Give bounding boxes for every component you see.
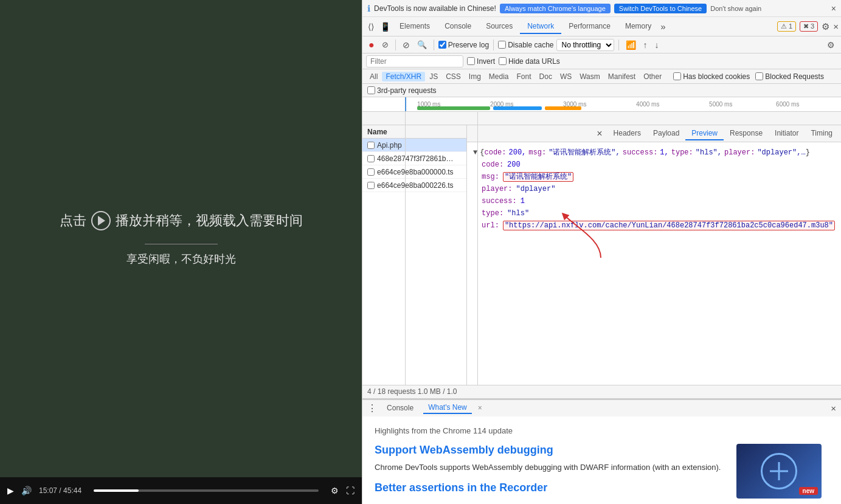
tab-console[interactable]: Console [437, 19, 479, 34]
blocked-requests-label: Blocked Requests [765, 72, 824, 81]
json-open-brace: { [480, 147, 484, 159]
hide-data-urls-group[interactable]: Hide data URLs [499, 57, 560, 66]
volume-button[interactable]: 🔊 [21, 486, 32, 495]
e664-226-checkbox[interactable] [367, 182, 375, 189]
sub-tab-initiator[interactable]: Initiator [769, 127, 805, 140]
third-party-group[interactable]: 3rd-party requests [367, 86, 436, 95]
json-msg-highlight: "诺讯智能解析系统" [503, 172, 573, 182]
type-js[interactable]: JS [426, 72, 441, 81]
tab-elements[interactable]: Elements [392, 19, 437, 34]
console-section: ⋮ Console What's New × × Highlights from… [362, 398, 841, 505]
api-php-checkbox[interactable] [367, 142, 375, 149]
network-item-e664-0[interactable]: e664ce9e8ba000000.ts [362, 165, 466, 179]
more-tabs-button[interactable]: » [659, 19, 667, 33]
timeline-marker [405, 97, 406, 111]
settings-gear-icon[interactable]: ⚙ [822, 21, 829, 32]
thumbnail-cross [770, 462, 788, 480]
play-button[interactable]: ▶ [7, 486, 14, 495]
hide-data-urls-checkbox[interactable] [499, 57, 507, 65]
clear-button[interactable]: ⊘ [379, 39, 391, 50]
fullscreen-button[interactable]: ⛶ [346, 486, 355, 495]
type-other[interactable]: Other [640, 72, 665, 81]
json-msg-val-inline: "诺讯智能解析系统", [549, 147, 620, 159]
json-url-highlight: "https://api.nxflv.com/cache/YunLian/468… [503, 221, 835, 230]
sub-tab-timing[interactable]: Timing [805, 127, 839, 140]
tab-sources[interactable]: Sources [479, 19, 520, 34]
tab-network[interactable]: Network [520, 19, 561, 34]
type-media[interactable]: Media [485, 72, 513, 81]
sub-tab-preview[interactable]: Preview [685, 127, 724, 140]
disable-cache-checkbox[interactable] [498, 41, 506, 49]
json-player-val: "dplayer" [516, 184, 556, 195]
sub-tab-response[interactable]: Response [724, 127, 769, 140]
console-tab[interactable]: Console [382, 402, 418, 413]
record-button[interactable]: ● [366, 38, 377, 52]
type-filter-row: All Fetch/XHR JS CSS Img Media Font Doc … [362, 69, 841, 84]
has-blocked-cookies-label: Has blocked cookies [683, 72, 750, 81]
download-icon[interactable]: ↓ [652, 39, 662, 51]
dont-show-button[interactable]: Don't show again [710, 5, 761, 12]
notification-close-icon[interactable]: × [831, 4, 836, 13]
sub-panel-close-icon[interactable]: × [594, 127, 604, 140]
type-css[interactable]: CSS [442, 72, 465, 81]
settings-button[interactable]: ⚙ [331, 486, 339, 495]
throttle-select[interactable]: No throttling [556, 39, 614, 51]
468-checkbox[interactable] [367, 155, 375, 162]
disable-cache-group[interactable]: Disable cache [498, 41, 553, 49]
json-type-val: "hls" [507, 208, 529, 219]
has-blocked-cookies-checkbox[interactable] [673, 72, 681, 80]
wifi-icon[interactable]: 📶 [623, 39, 639, 51]
console-close-icon[interactable]: × [831, 403, 836, 413]
tab-memory[interactable]: Memory [618, 19, 659, 34]
sub-tabs-bar: × Headers Payload Preview Response Initi… [467, 125, 841, 142]
sub-tab-headers[interactable]: Headers [607, 127, 647, 140]
invert-group[interactable]: Invert [467, 57, 495, 66]
json-player-val-inline: "dplayer",… [757, 147, 805, 159]
network-item-api[interactable]: Api.php [362, 139, 466, 152]
type-img[interactable]: Img [465, 72, 485, 81]
type-ws[interactable]: WS [556, 72, 575, 81]
tab-performance[interactable]: Performance [561, 19, 618, 34]
timeline-row: 1000 ms 2000 ms 3000 ms 4000 ms 5000 ms … [362, 97, 841, 112]
preserve-log-group[interactable]: Preserve log [438, 41, 489, 49]
type-all[interactable]: All [366, 72, 381, 81]
blocked-requests-checkbox[interactable] [755, 72, 763, 80]
error-badge: ✖ 3 [800, 21, 818, 32]
name-column-header: Name [367, 128, 387, 136]
devtools-device-icon[interactable]: 📱 [378, 20, 392, 33]
waterfall-line1 [405, 112, 406, 385]
filter-button[interactable]: ⊘ [400, 39, 412, 51]
json-success-val: 1 [521, 196, 525, 207]
has-blocked-cookies-group[interactable]: Has blocked cookies [673, 72, 750, 81]
switch-devtools-button[interactable]: Switch DevTools to Chinese [614, 4, 707, 13]
filter-input[interactable] [366, 55, 463, 67]
third-party-checkbox[interactable] [367, 86, 375, 94]
e664-0-checkbox[interactable] [367, 168, 375, 176]
json-expand-arrow[interactable]: ▼ [473, 147, 477, 159]
upload-icon[interactable]: ↑ [641, 39, 650, 51]
sub-tab-payload[interactable]: Payload [647, 127, 685, 140]
devtools-close-icon[interactable]: × [833, 21, 839, 32]
warning-badge: ⚠ 1 [777, 21, 796, 32]
tick-5000ms: 5000 ms [709, 97, 732, 111]
devtools-pointer-icon[interactable]: ⟨⟩ [366, 20, 376, 33]
type-manifest[interactable]: Manifest [604, 72, 639, 81]
network-item-468[interactable]: 468e28747f3f72861ba2c5... [362, 152, 466, 165]
preserve-log-checkbox[interactable] [438, 41, 446, 49]
invert-checkbox[interactable] [467, 57, 475, 65]
third-party-label: 3rd-party requests [377, 86, 436, 95]
type-fetch-xhr[interactable]: Fetch/XHR [382, 72, 425, 81]
blocked-requests-group[interactable]: Blocked Requests [755, 72, 824, 81]
search-button[interactable]: 🔍 [415, 39, 429, 50]
progress-bar[interactable] [94, 489, 319, 492]
type-wasm[interactable]: Wasm [576, 72, 604, 81]
network-settings-icon[interactable]: ⚙ [825, 39, 837, 51]
console-menu-icon[interactable]: ⋮ [367, 402, 377, 414]
whats-new-tab[interactable]: What's New [423, 402, 472, 414]
whats-new-close-icon[interactable]: × [478, 404, 482, 412]
always-match-button[interactable]: Always match Chrome's language [500, 4, 611, 13]
network-item-e664-226[interactable]: e664ce9e8ba000226.ts [362, 179, 466, 192]
type-font[interactable]: Font [513, 72, 535, 81]
468-name: 468e28747f3f72861ba2c5... [377, 154, 456, 163]
type-doc[interactable]: Doc [536, 72, 556, 81]
